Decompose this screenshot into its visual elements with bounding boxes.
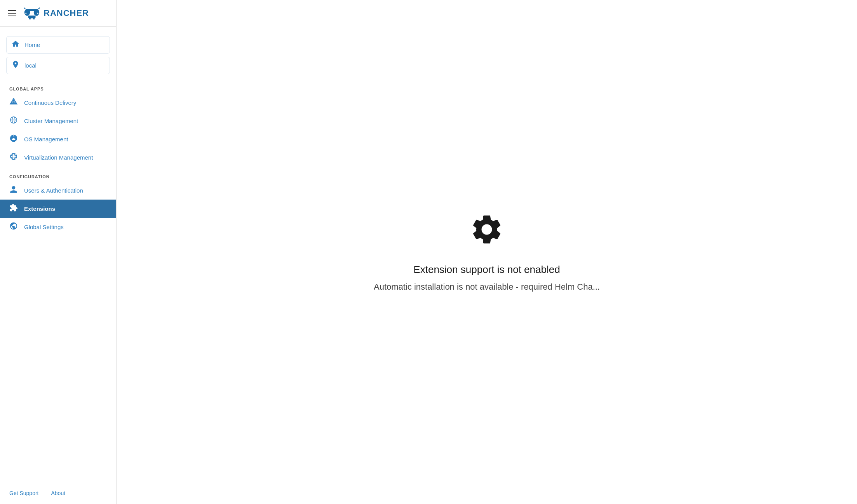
continuous-delivery-icon [9,97,18,108]
extensions-icon [9,203,18,214]
global-settings-icon [9,222,18,232]
continuous-delivery-label: Continuous Delivery [24,99,76,106]
sidebar-item-virtualization-management[interactable]: Virtualization Management [0,148,116,167]
configuration-section-label: CONFIGURATION [0,167,116,181]
cluster-management-icon [9,116,18,126]
local-icon [11,60,20,71]
sidebar-item-home[interactable]: Home [6,36,110,54]
sidebar-item-continuous-delivery[interactable]: Continuous Delivery [0,94,116,112]
extension-status-subtitle: Automatic installation is not available … [374,282,600,292]
virtualization-management-icon [9,152,18,163]
sidebar-item-global-settings[interactable]: Global Settings [0,218,116,236]
get-support-link[interactable]: Get Support [9,490,39,496]
sidebar: RANCHER Home local GLOBAL APPS Continuou… [0,0,117,504]
cluster-management-label: Cluster Management [24,118,78,124]
rancher-logo-icon [23,7,41,19]
global-settings-label: Global Settings [24,224,64,230]
logo-area: RANCHER [23,7,89,19]
hamburger-menu-button[interactable] [8,10,16,16]
about-link[interactable]: About [51,490,66,496]
home-icon [11,40,20,50]
local-label: local [24,62,37,69]
sidebar-item-local[interactable]: local [6,57,110,74]
svg-point-12 [10,155,17,158]
svg-point-7 [37,12,38,14]
svg-point-11 [10,153,17,160]
svg-rect-2 [27,9,37,11]
sidebar-header: RANCHER [0,0,116,27]
svg-point-6 [25,12,26,14]
extensions-label: Extensions [24,205,55,212]
svg-rect-4 [29,17,31,19]
users-authentication-icon [9,185,18,196]
extension-gear-icon [469,212,504,254]
sidebar-item-cluster-management[interactable]: Cluster Management [0,112,116,130]
svg-rect-5 [33,17,35,19]
sidebar-item-os-management[interactable]: OS Management [0,130,116,148]
virtualization-management-label: Virtualization Management [24,154,93,161]
main-content: Extension support is not enabled Automat… [117,0,857,504]
home-label: Home [24,42,40,48]
sidebar-item-users-authentication[interactable]: Users & Authentication [0,181,116,200]
svg-point-13 [12,153,15,160]
os-management-icon [9,134,18,144]
os-management-label: OS Management [24,136,68,143]
global-apps-section-label: GLOBAL APPS [0,79,116,94]
sidebar-footer: Get Support About [0,482,116,504]
users-authentication-label: Users & Authentication [24,187,83,194]
top-nav-section: Home local [0,27,116,79]
logo-text: RANCHER [44,8,89,18]
extension-status-title: Extension support is not enabled [413,264,560,276]
sidebar-item-extensions[interactable]: Extensions [0,200,116,218]
